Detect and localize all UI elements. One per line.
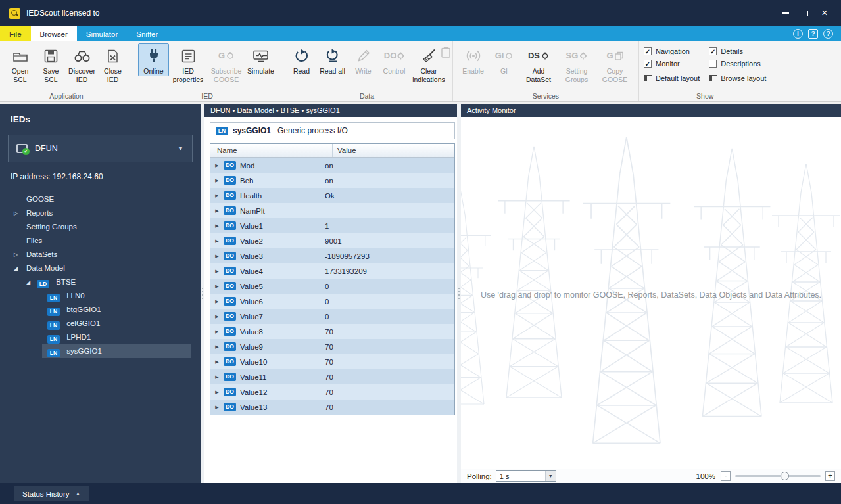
checkbox-details[interactable]: ✓ Details	[709, 45, 766, 57]
row-expand-icon[interactable]: ▶	[210, 375, 224, 380]
table-row[interactable]: ▶ DO Value3 -1890957293	[210, 248, 454, 263]
collapse-icon[interactable]: ◢	[14, 262, 18, 275]
tree-item-btse[interactable]: ◢ LD BTSE	[0, 275, 201, 289]
table-row[interactable]: ▶ DO Value12 70	[210, 384, 454, 400]
polling-label: Polling:	[467, 472, 492, 480]
help-icon[interactable]: ?	[823, 29, 833, 39]
status-history-button[interactable]: Status History ▲	[14, 486, 89, 501]
maximize-button[interactable]	[795, 5, 815, 22]
row-expand-icon[interactable]: ▶	[210, 223, 224, 229]
tree-item-sysggio1-selected[interactable]: LN sysGGIO1	[42, 344, 191, 358]
column-header-name[interactable]: Name	[210, 144, 333, 157]
table-row[interactable]: ▶ DO Value6 0	[210, 294, 454, 309]
tree-item-lln0[interactable]: LN LLN0	[0, 289, 201, 303]
default-layout-button[interactable]: Default layout	[644, 72, 700, 85]
zoom-in-button[interactable]: +	[825, 471, 835, 481]
row-expand-icon[interactable]: ▶	[210, 254, 224, 259]
table-row[interactable]: ▶ DO Health Ok	[210, 188, 454, 203]
checkbox-navigation[interactable]: ✓ Navigation	[644, 45, 700, 57]
ied-selector[interactable]: ✓ DFUN ▼	[8, 135, 193, 162]
tree-item-datasets[interactable]: ▷ DataSets	[0, 248, 201, 262]
zoom-slider[interactable]	[735, 475, 821, 477]
simulate-button[interactable]: Simulate	[245, 43, 276, 76]
tree-item-celggio1[interactable]: LN celGGIO1	[0, 317, 201, 331]
table-row[interactable]: ▶ DO Value13 70	[210, 400, 454, 415]
row-expand-icon[interactable]: ▶	[210, 239, 224, 244]
info-icon[interactable]: i	[793, 29, 803, 39]
table-row[interactable]: ▶ DO Value1 1	[210, 218, 454, 233]
feedback-icon[interactable]: ?	[808, 29, 818, 39]
ribbon-group-application: Open SCL Save SCL Discover IED Close IED	[0, 41, 133, 101]
close-button[interactable]: ×	[815, 5, 834, 22]
row-value: 70	[320, 384, 454, 400]
collapse-icon[interactable]: ◢	[26, 275, 30, 289]
close-ied-button[interactable]: Close IED	[97, 43, 128, 83]
tab-browser[interactable]: Browser	[31, 26, 77, 41]
tab-file[interactable]: File	[0, 26, 31, 41]
save-scl-button[interactable]: Save SCL	[36, 43, 66, 83]
polling-interval-select[interactable]: 1 s ▼	[496, 470, 556, 482]
ied-device-icon: ✓	[16, 144, 28, 153]
table-row[interactable]: ▶ DO Mod on	[210, 158, 454, 173]
table-row[interactable]: ▶ DO Value7 0	[210, 309, 454, 324]
simulate-icon	[252, 46, 270, 66]
tree-item-setting-groups[interactable]: Setting Groups	[0, 220, 201, 234]
tree-item-files[interactable]: Files	[0, 234, 201, 248]
table-row[interactable]: ▶ DO Value8 70	[210, 324, 454, 339]
row-expand-icon[interactable]: ▶	[210, 299, 224, 304]
table-row[interactable]: ▶ DO Value10 70	[210, 354, 454, 369]
activity-canvas[interactable]: Use 'drag and drop' to monitor GOOSE, Re…	[461, 117, 841, 469]
row-expand-icon[interactable]: ▶	[210, 193, 224, 198]
table-row[interactable]: ▶ DO NamPlt	[210, 203, 454, 218]
table-row[interactable]: ▶ DO Beh on	[210, 173, 454, 188]
table-row[interactable]: ▶ DO Value5 0	[210, 279, 454, 294]
expand-icon[interactable]: ▷	[14, 206, 18, 220]
tab-simulator[interactable]: Simulator	[77, 26, 128, 41]
row-expand-icon[interactable]: ▶	[210, 284, 224, 289]
tree-item-reports[interactable]: ▷ Reports	[0, 206, 201, 220]
checkbox-monitor[interactable]: ✓ Monitor	[644, 57, 700, 70]
tree-item-goose[interactable]: GOOSE	[0, 193, 201, 206]
table-row[interactable]: ▶ DO Value11 70	[210, 369, 454, 384]
tree-item-data-model[interactable]: ◢ Data Model	[0, 262, 201, 275]
row-expand-icon[interactable]: ▶	[210, 329, 224, 334]
browse-layout-button[interactable]: Browse layout	[709, 72, 766, 85]
online-button[interactable]: Online	[138, 43, 169, 76]
row-expand-icon[interactable]: ▶	[210, 178, 224, 183]
tree-item-lphd1[interactable]: LN LPHD1	[0, 331, 201, 344]
row-value: on	[320, 158, 454, 173]
row-expand-icon[interactable]: ▶	[210, 344, 224, 350]
ied-properties-button[interactable]: IED properties	[169, 43, 207, 83]
row-expand-icon[interactable]: ▶	[210, 405, 224, 410]
add-dataset-button[interactable]: DS Add DataSet	[519, 43, 558, 83]
tree-item-btgggio1[interactable]: LN btgGGIO1	[0, 303, 201, 317]
row-expand-icon[interactable]: ▶	[210, 208, 224, 214]
checkbox-descriptions[interactable]: Descriptions	[709, 57, 766, 70]
row-name: Value11	[240, 373, 320, 381]
copy-goose-button: G Copy GOOSE	[596, 43, 634, 83]
row-expand-icon[interactable]: ▶	[210, 390, 224, 395]
table-row[interactable]: ▶ DO Value9 70	[210, 339, 454, 354]
expand-icon[interactable]: ▷	[14, 248, 18, 262]
row-name: NamPlt	[240, 207, 320, 215]
row-expand-icon[interactable]: ▶	[210, 314, 224, 319]
ied-tree: GOOSE ▷ Reports Setting Groups Files ▷ D…	[0, 193, 201, 358]
table-row[interactable]: ▶ DO Value4 1733193209	[210, 263, 454, 279]
open-scl-button[interactable]: Open SCL	[5, 43, 36, 83]
ribbon-group-services: Enable GI GI DS Add DataSet SG	[453, 41, 639, 101]
row-expand-icon[interactable]: ▶	[210, 269, 224, 274]
zoom-slider-thumb[interactable]	[781, 472, 789, 480]
table-row[interactable]: ▶ DO Value2 9001	[210, 233, 454, 248]
copy-goose-icon: G	[606, 46, 623, 66]
statusbar: Status History ▲	[0, 483, 841, 504]
tab-sniffer[interactable]: Sniffer	[127, 26, 167, 41]
column-header-value[interactable]: Value	[333, 144, 454, 157]
discover-ied-button[interactable]: Discover IED	[66, 43, 97, 83]
zoom-out-button[interactable]: -	[721, 471, 731, 481]
app-icon	[9, 8, 20, 19]
read-all-button[interactable]: Read all	[317, 43, 348, 76]
read-button[interactable]: Read	[286, 43, 317, 76]
row-expand-icon[interactable]: ▶	[210, 163, 224, 168]
minimize-button[interactable]	[775, 5, 795, 22]
row-expand-icon[interactable]: ▶	[210, 359, 224, 365]
